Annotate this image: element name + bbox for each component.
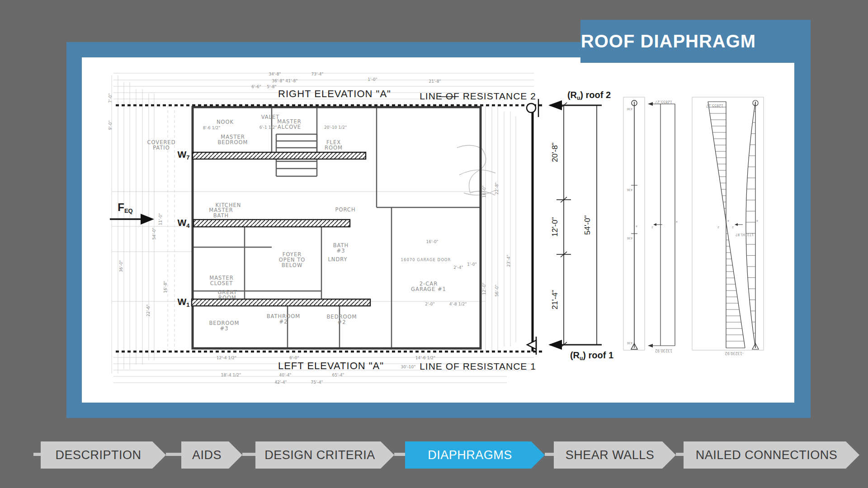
right-elevation-label: RIGHT ELEVATION "A" (278, 88, 391, 99)
slide: ROOF DIAPHRAGM (0, 0, 868, 488)
dimension-label: 36'-0" (119, 260, 123, 272)
nav-item-aids[interactable]: AIDS (181, 441, 242, 469)
nav-item-description[interactable]: DESCRIPTION (41, 441, 166, 469)
reaction-top-label: 12855.27 (655, 100, 672, 104)
line-of-resistance-chord (527, 99, 538, 355)
room-label: LNDRY (328, 256, 347, 263)
room-label: #2 (279, 319, 288, 325)
dimension-label: 4'-8 1/2" (449, 302, 467, 306)
dimension-label: 2'-4" (453, 265, 463, 270)
dimension-label: 1'-0" (368, 77, 377, 82)
reaction-arrow-roof2-icon (548, 100, 562, 110)
dimension-label: 2'-0" (425, 302, 434, 306)
room-label: NOOK (217, 119, 234, 125)
reaction-bottom-label: 13230.92 (655, 348, 672, 352)
nav-connector (545, 453, 554, 456)
nav-connector (242, 453, 255, 456)
nav-connector (394, 453, 405, 456)
nav-connector (676, 453, 684, 456)
dimension-label: 14'-6 1/2" (415, 356, 435, 360)
line-of-resistance-2-label: LINE OF RESISTANCE 2 (420, 91, 536, 101)
dimension-label: 20'-10 1/2" (324, 125, 347, 130)
axis-x-label: x (727, 219, 729, 223)
axis-z-label: z (732, 225, 734, 229)
room-label: #3 (337, 248, 345, 254)
dimension-label: 18'-4 1/2" (221, 373, 241, 377)
side-diagrams: 43643643643612855.2713230.9212855.27-132… (623, 97, 764, 355)
dimension-label: 16'-0" (426, 239, 438, 244)
room-label: CLOSET (210, 280, 233, 286)
dimension-label: 65'-4" (332, 373, 344, 377)
line-of-resistance-1-label: LINE OF RESISTANCE 1 (420, 361, 536, 371)
nav-item-label: DIAPHRAGMS (428, 448, 512, 462)
nav-connector (33, 453, 41, 456)
dimension-label: 9'-0" (108, 120, 113, 130)
axis-x-label: x (756, 219, 758, 223)
dimension-label: 5'-8" (267, 84, 276, 89)
room-label: PATIO (153, 145, 170, 151)
course-navigation: DESCRIPTIONAIDSDESIGN CRITERIADIAPHRAGMS… (0, 441, 868, 469)
dimension-label: 6'-0" (289, 356, 299, 360)
moment-max-label: 173191.87 (735, 233, 754, 237)
dimension-label: 22'-8" (495, 182, 499, 194)
room-label: VALET (261, 114, 280, 120)
scan-text-layer: COVEREDPATIONOOKVALETMASTERALCOVEMASTERB… (108, 72, 511, 385)
roof-diaphragm-diagram: COVEREDPATIONOOKVALETMASTERALCOVEMASTERB… (82, 57, 794, 403)
dimension-label: 23'-4" (506, 254, 511, 267)
dimension-label: 7'-0" (108, 93, 113, 103)
load-value-label: 436 (627, 236, 632, 240)
dimension-label: 21'-8" (429, 79, 441, 84)
shear-moment-frame (692, 97, 764, 350)
reaction-arrow-roof1-icon (548, 340, 562, 350)
room-label: #3 (220, 325, 229, 332)
room-label: ROOM (325, 145, 343, 151)
shear-wall-mark-w7: W7 (177, 149, 189, 161)
dimension-label: 56'-0" (495, 284, 499, 296)
seismic-force-label: FEQ (118, 201, 132, 214)
room-label: PORCH (335, 206, 355, 213)
nav-item-diaphragms[interactable]: DIAPHRAGMS (405, 441, 545, 469)
pencil-scribble (457, 145, 495, 195)
shear-wall-mark-w1: W1 (177, 296, 189, 308)
dimension-label: 12'-0" (482, 282, 486, 295)
dimension-label: 6'-1 1/2" (259, 125, 277, 130)
dimension-label: 75'-4" (311, 380, 323, 385)
dimension-label: 36'-8" 41'-8" (272, 79, 298, 83)
reaction-roof2-label: (Ru) roof 2 (567, 90, 611, 101)
dimension-label: 54'-0" (152, 227, 156, 239)
nav-item-nailed-connections[interactable]: NAILED CONNECTIONS (684, 441, 859, 469)
dimension-label: 1'-0" (467, 262, 476, 267)
dimension-segment-label: 12'-0" (551, 217, 559, 236)
nav-item-label: NAILED CONNECTIONS (696, 448, 838, 462)
shear-wall-w1 (192, 299, 370, 306)
reaction-roof1-label: (Ru) roof 1 (570, 350, 613, 361)
content-panel-inner: COVEREDPATIONOOKVALETMASTERALCOVEMASTERB… (82, 57, 794, 403)
nav-item-design-criteria[interactable]: DESIGN CRITERIA (255, 441, 394, 469)
dimension-label: 42'-4" (274, 380, 287, 385)
shear-wall-w4 (193, 220, 350, 227)
left-elevation-label: LEFT ELEVATION "A" (278, 360, 384, 371)
dimension-label: 6'-6" (251, 84, 261, 89)
shear-wall-mark-w4: W4 (177, 217, 190, 229)
dimension-label: 22'-6" (146, 304, 151, 316)
nav-item-shear-walls[interactable]: SHEAR WALLS (554, 441, 676, 469)
support-roller-icon (527, 103, 536, 113)
dimension-segment-label: 20'-8" (551, 142, 559, 162)
axis-x-label: x (676, 220, 678, 224)
dimension-label: 34'-8" (269, 72, 281, 76)
dimension-label: 30'-10" (401, 365, 416, 369)
nav-item-label: SHEAR WALLS (566, 448, 655, 462)
nav-item-label: DESCRIPTION (55, 448, 141, 462)
axis-z-label: z (651, 225, 653, 229)
room-label: 16070 GARAGE DOOR (401, 258, 451, 262)
dimension-total-label: 54'-0" (583, 215, 592, 235)
axis-z-label: z (717, 225, 719, 229)
nav-connector (166, 453, 181, 456)
room-label: #2 (338, 319, 346, 325)
dimension-label: 16'-0" (482, 185, 486, 197)
shear-max-label: 12855.27 (706, 103, 723, 108)
room-label: GARAGE #1 (411, 286, 446, 292)
slide-title-bar: ROOF DIAPHRAGM (580, 20, 811, 63)
nav-item-label: AIDS (192, 448, 222, 462)
dimension-label: 8'-6 1/2" (203, 126, 221, 130)
